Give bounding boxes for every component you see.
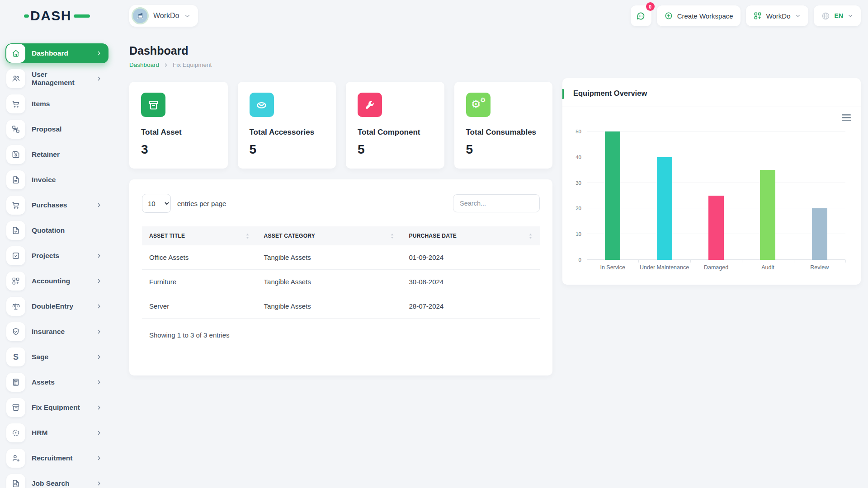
table-cell: Server (142, 294, 257, 319)
y-axis-tick-label: 0 (579, 257, 581, 263)
sidebar-item-dashboard[interactable]: Dashboard (5, 43, 108, 63)
sidebar-item-quotation[interactable]: Quotation (5, 221, 108, 240)
logo-accent-dash (74, 14, 90, 18)
sidebar-item-doubleentry[interactable]: DoubleEntry (5, 296, 108, 316)
x-axis-tick (794, 260, 794, 263)
y-axis-tick-label: 50 (576, 129, 581, 134)
stat-card-total-component: Total Component5 (346, 82, 444, 169)
sidebar-item-projects[interactable]: Projects (5, 246, 108, 266)
bar-in-service (605, 131, 620, 260)
bar-damaged (708, 196, 724, 260)
sidebar-item-job-search[interactable]: Job Search (5, 474, 108, 488)
stat-card-total-accessories: Total Accessories5 (238, 82, 336, 169)
chevron-right-icon (96, 50, 102, 56)
stat-label: Total Asset (141, 128, 216, 137)
focus-icon (6, 423, 25, 442)
messages-button[interactable]: 0 (631, 5, 651, 26)
workspace-selector[interactable]: WorkDo (129, 5, 198, 27)
chevron-right-icon (96, 354, 102, 360)
sidebar-item-assets[interactable]: Assets (5, 372, 108, 392)
bar-review (812, 208, 827, 260)
equipment-overview-card: Equipment Overview 01020304050 In Servic… (562, 78, 861, 285)
sidebar-item-hrm[interactable]: HRM (5, 423, 108, 443)
table-cell: Furniture (142, 270, 257, 294)
workdo-menu-label: WorkDo (766, 12, 791, 20)
grid-plus-icon (6, 272, 25, 291)
table-cell: 30-08-2024 (401, 270, 540, 294)
sidebar-item-label: Assets (32, 378, 90, 386)
workdo-menu-button[interactable]: WorkDo (746, 5, 808, 26)
entries-per-page-select[interactable]: 10 (142, 194, 171, 213)
stat-label: Total Component (358, 128, 433, 137)
table-cell: Tangible Assets (257, 294, 402, 319)
gears-icon: ⚙⚙ (466, 93, 491, 117)
sidebar-item-user-management[interactable]: User Management (5, 69, 108, 89)
language-selector[interactable]: EN (814, 5, 861, 26)
chart-plot: 01020304050 (587, 131, 845, 260)
chevron-down-icon (847, 13, 854, 19)
chevron-right-icon (96, 253, 102, 259)
top-header: DASH WorkDo 0 Create Workspace (0, 0, 868, 32)
logo-text: DASH (30, 8, 71, 23)
column-header-asset-title[interactable]: ASSET TITLE (142, 226, 257, 245)
bars-row (587, 131, 845, 260)
sidebar-item-insurance[interactable]: Insurance (5, 322, 108, 342)
table-cell: Office Assets (142, 245, 257, 270)
assets-table: ASSET TITLEASSET CATEGORYPURCHASE DATE O… (142, 226, 540, 319)
sidebar-item-retainer[interactable]: Retainer (5, 145, 108, 164)
globe-icon (821, 11, 830, 21)
y-axis-tick-label: 30 (576, 180, 581, 186)
sidebar-item-recruitment[interactable]: Recruitment (5, 448, 108, 468)
bar-audit (760, 170, 775, 260)
sidebar-item-label: User Management (32, 70, 90, 87)
cart-icon (6, 196, 25, 215)
sidebar-item-label: Retainer (32, 150, 102, 159)
sidebar-item-purchases[interactable]: Purchases (5, 195, 108, 215)
sidebar-item-label: Invoice (32, 176, 102, 184)
sidebar-item-label: DoubleEntry (32, 302, 90, 310)
sort-icon (245, 233, 250, 239)
sidebar-item-invoice[interactable]: Invoice (5, 170, 108, 190)
table-body: Office AssetsTangible Assets01-09-2024Fu… (142, 245, 540, 319)
column-header-asset-category[interactable]: ASSET CATEGORY (257, 226, 402, 245)
sidebar-item-label: Dashboard (32, 49, 90, 57)
chevron-right-icon (96, 379, 102, 385)
chart-title: Equipment Overview (573, 89, 850, 98)
checkbox-icon (6, 246, 25, 265)
sidebar-item-accounting[interactable]: Accounting (5, 271, 108, 291)
x-axis-label-audit: Audit (742, 264, 793, 271)
sidebar-item-label: Recruitment (32, 454, 90, 462)
bar-slot (638, 131, 690, 260)
breadcrumb-item-fix-equipment: Fix Equipment (173, 61, 212, 68)
chevron-right-icon (96, 303, 102, 310)
file-search-icon (6, 474, 25, 488)
x-axis-tick (587, 260, 587, 263)
breadcrumb-item-dashboard[interactable]: Dashboard (129, 61, 159, 68)
search-input[interactable] (453, 194, 540, 212)
sidebar-item-label: Accounting (32, 277, 90, 285)
letter-s-icon: S (6, 347, 25, 366)
wrench-icon (358, 93, 382, 117)
table-cell: Tangible Assets (257, 245, 402, 270)
cart-icon (6, 94, 25, 113)
breadcrumb-separator-icon (163, 62, 169, 68)
sidebar-item-label: Projects (32, 252, 90, 260)
sidebar-item-label: Insurance (32, 328, 90, 336)
page-title: Dashboard (129, 44, 552, 57)
table-row: Office AssetsTangible Assets01-09-2024 (142, 245, 540, 270)
column-header-purchase-date[interactable]: PURCHASE DATE (401, 226, 540, 245)
sidebar-item-sage[interactable]: SSage (5, 347, 108, 367)
x-axis-label-damaged: Damaged (690, 264, 742, 271)
sidebar-item-proposal[interactable]: Proposal (5, 119, 108, 139)
stat-value: 3 (141, 142, 216, 157)
sidebar-item-fix-equipment[interactable]: Fix Equipment (5, 398, 108, 418)
sidebar-item-items[interactable]: Items (5, 94, 108, 114)
sidebar-item-label: Fix Equipment (32, 404, 90, 412)
sidebar-item-label: HRM (32, 429, 90, 437)
sort-icon (528, 233, 533, 239)
create-workspace-button[interactable]: Create Workspace (657, 5, 741, 26)
disc-icon (250, 93, 274, 117)
brand-logo: DASH (0, 8, 114, 23)
notification-badge: 0 (646, 2, 655, 11)
chart-menu-icon[interactable] (842, 114, 851, 121)
